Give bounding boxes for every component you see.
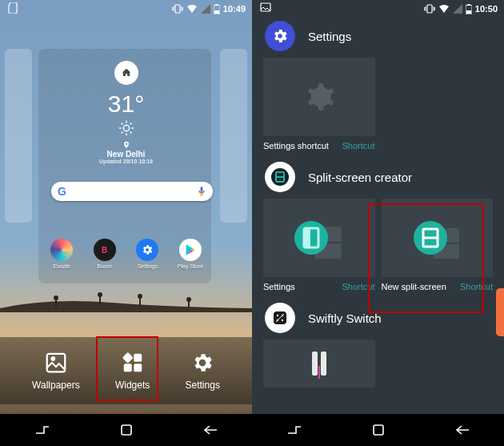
gear-icon	[190, 351, 214, 375]
nav-bar	[0, 414, 252, 446]
svg-rect-34	[467, 4, 470, 6]
svg-point-10	[186, 297, 191, 302]
svg-point-8	[138, 294, 142, 299]
play-store-icon	[179, 239, 202, 261]
widget-tile-split-settings[interactable]: Settings Shortcut	[263, 199, 375, 291]
widgets-label: Widgets	[115, 380, 150, 391]
google-search-bar[interactable]: G	[51, 182, 213, 201]
widgets-icon	[121, 351, 145, 375]
split-screen-app-icon	[265, 162, 295, 192]
svg-rect-11	[188, 301, 190, 307]
widget-group-header-swiftly[interactable]: Swiftly Switch	[252, 299, 504, 340]
svg-rect-3	[214, 10, 219, 14]
sim-icon	[8, 2, 18, 14]
svg-line-20	[130, 123, 131, 125]
picture-icon	[260, 2, 271, 12]
settings-app-icon	[265, 21, 295, 51]
app-label: Boom	[98, 263, 112, 269]
tile-name: New split-screen	[382, 282, 446, 291]
widget-tile-new-split-screen[interactable]: New split-screen Shortcut	[382, 199, 494, 291]
nav-recents-button[interactable]	[26, 414, 58, 446]
svg-rect-32	[427, 5, 432, 13]
wallpapers-button[interactable]: Wallpapers	[32, 351, 80, 391]
svg-line-17	[121, 123, 122, 125]
nav-home-button[interactable]	[362, 414, 394, 446]
settings-icon	[136, 239, 158, 261]
nav-home-button[interactable]	[110, 414, 142, 446]
widget-group-header-split-screen[interactable]: Split-screen creator	[252, 159, 504, 199]
widget-group-title: Split-screen creator	[308, 171, 412, 184]
battery-icon	[466, 4, 472, 14]
nav-recents-button[interactable]	[278, 414, 310, 446]
temperature: 31°	[108, 90, 144, 118]
svg-rect-44	[304, 228, 310, 247]
widgets-button[interactable]: Widgets	[115, 351, 150, 391]
svg-line-19	[121, 132, 122, 134]
pin-icon	[122, 140, 130, 150]
google-mic-icon[interactable]	[197, 186, 206, 197]
updated-time: Updated 20/10 10:18	[99, 159, 153, 164]
svg-rect-24	[47, 354, 66, 372]
svg-rect-58	[374, 425, 383, 435]
battery-icon	[214, 4, 220, 14]
svg-rect-21	[201, 187, 203, 192]
svg-rect-5	[55, 299, 57, 307]
svg-rect-27	[134, 354, 142, 362]
vibrate-icon	[424, 4, 435, 14]
tile-tag: Shortcut	[460, 282, 493, 291]
wallpapers-label: Wallpapers	[32, 380, 80, 391]
launcher-settings-button[interactable]: Settings	[186, 351, 220, 391]
svg-rect-55	[312, 352, 318, 376]
svg-rect-56	[321, 352, 326, 376]
tile-preview	[263, 58, 375, 136]
city: New Delhi	[107, 150, 146, 159]
widget-picker-scroll[interactable]: Settings Settings shortcut Shortcut	[252, 18, 504, 414]
weather-widget[interactable]: 31° New Delhi Updated 20/10 10:18	[0, 90, 252, 164]
app-boom[interactable]: B Boom	[91, 239, 118, 269]
swiftly-switch-app-icon	[265, 303, 295, 333]
widget-group-header-settings[interactable]: Settings	[252, 18, 504, 58]
status-bar: 10:49	[0, 0, 252, 18]
nav-back-button[interactable]	[194, 414, 226, 446]
status-bar: 10:50	[252, 0, 504, 18]
wifi-icon	[438, 4, 450, 14]
default-home-button[interactable]	[114, 61, 138, 85]
tile-preview	[263, 199, 375, 277]
svg-point-25	[51, 357, 54, 360]
svg-point-42	[294, 221, 328, 255]
widget-tile-swiftly[interactable]	[263, 340, 375, 388]
status-time: 10:49	[223, 4, 246, 14]
tile-name: Settings shortcut	[263, 141, 329, 151]
svg-line-18	[130, 132, 131, 134]
wifi-icon	[186, 4, 198, 14]
phone-right: 10:50 Settings Settings shortcut Shortcu…	[252, 0, 504, 446]
widget-group-title: Settings	[308, 30, 351, 43]
app-label: Settings	[138, 263, 158, 269]
tile-preview	[263, 340, 375, 388]
svg-rect-26	[122, 352, 133, 364]
svg-point-4	[54, 295, 58, 300]
app-evozle[interactable]: Evozle	[48, 239, 75, 269]
nav-bar	[252, 414, 504, 446]
phone-left: 10:49 31°	[0, 0, 252, 446]
svg-rect-29	[134, 364, 142, 372]
signal-icon	[453, 4, 462, 14]
wallpaper-icon	[44, 351, 68, 375]
svg-rect-7	[99, 296, 101, 305]
svg-rect-0	[175, 5, 180, 13]
widget-group-title: Swiftly Switch	[308, 311, 382, 325]
app-settings[interactable]: Settings	[134, 239, 161, 269]
edge-panel-handle[interactable]	[496, 288, 504, 336]
svg-rect-30	[122, 425, 131, 435]
launcher-settings-label: Settings	[186, 380, 220, 391]
nav-back-button[interactable]	[446, 414, 478, 446]
svg-rect-2	[215, 4, 218, 6]
svg-point-6	[98, 292, 102, 297]
launcher-options-panel: Wallpapers Widgets Settings	[0, 337, 252, 404]
widget-tile-settings-shortcut[interactable]: Settings shortcut Shortcut	[263, 58, 375, 151]
evozle-icon	[50, 239, 73, 261]
tile-tag: Shortcut	[342, 282, 375, 291]
app-play-store[interactable]: Play Store	[177, 239, 204, 269]
svg-point-54	[282, 319, 283, 321]
svg-point-51	[277, 315, 278, 316]
